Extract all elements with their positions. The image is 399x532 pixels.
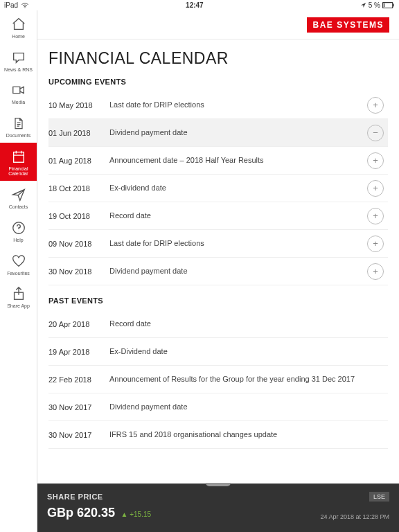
event-row[interactable]: 22 Feb 2018Announcement of Results for t… bbox=[48, 366, 388, 393]
clock: 12:47 bbox=[186, 1, 204, 9]
sidebar-item-label: Contacts bbox=[9, 204, 28, 210]
event-row[interactable]: 20 Apr 2018Record date bbox=[48, 310, 388, 338]
event-date: 30 Nov 2017 bbox=[48, 431, 109, 439]
event-row[interactable]: 18 Oct 2018Ex-dividend date+ bbox=[48, 175, 388, 202]
sidebar-item-help[interactable]: Help bbox=[0, 214, 37, 247]
svg-rect-2 bbox=[393, 4, 393, 7]
event-desc: Record date bbox=[109, 211, 367, 221]
status-bar: iPad 12:47 5 % bbox=[0, 0, 399, 10]
section-upcoming-title: UPCOMING EVENTS bbox=[48, 78, 388, 86]
battery-label: 5 % bbox=[369, 1, 380, 9]
svg-rect-4 bbox=[13, 152, 24, 162]
share-price-value: GBp 620.35 bbox=[47, 506, 115, 520]
event-date: 09 Nov 2018 bbox=[48, 240, 109, 248]
document-icon bbox=[10, 115, 27, 132]
sidebar-item-label: Home bbox=[12, 34, 25, 39]
event-desc: Announcement date – 2018 Half Year Resul… bbox=[109, 156, 367, 166]
event-row[interactable]: 01 Aug 2018Announcement date – 2018 Half… bbox=[48, 147, 388, 175]
exchange-badge[interactable]: LSE bbox=[369, 492, 389, 502]
battery-icon bbox=[382, 2, 395, 8]
event-desc: Announcement of Results for the Group fo… bbox=[109, 375, 388, 384]
sidebar-item-documents[interactable]: Documents bbox=[0, 109, 37, 143]
share-price-timestamp: 24 Apr 2018 at 12:28 PM bbox=[320, 513, 389, 520]
event-row[interactable]: 30 Nov 2017Dividend payment date bbox=[48, 393, 388, 421]
expand-icon[interactable]: + bbox=[367, 208, 384, 224]
svg-rect-3 bbox=[384, 3, 384, 7]
event-date: 19 Oct 2018 bbox=[48, 212, 109, 220]
event-row[interactable]: 09 Nov 2018Last date for DRIP elections+ bbox=[48, 230, 388, 258]
expand-icon[interactable]: + bbox=[367, 236, 384, 252]
sidebar-item-label: Share App bbox=[7, 303, 30, 309]
video-icon bbox=[10, 82, 27, 98]
event-date: 30 Nov 2017 bbox=[48, 403, 109, 411]
share-price-label: SHARE PRICE bbox=[47, 493, 103, 501]
expand-icon[interactable]: + bbox=[367, 263, 384, 280]
event-row[interactable]: 30 Nov 2017IFRS 15 and 2018 organisation… bbox=[48, 421, 388, 449]
calendar-icon bbox=[10, 148, 27, 165]
sidebar-item-home[interactable]: Home bbox=[0, 10, 37, 44]
sidebar-item-label: Help bbox=[13, 238, 23, 243]
sidebar-item-label: Favourites bbox=[7, 271, 30, 276]
page-title: FINANCIAL CALENDAR bbox=[48, 49, 388, 68]
event-date: 10 May 2018 bbox=[48, 101, 109, 109]
share-icon bbox=[10, 285, 27, 302]
event-date: 01 Aug 2018 bbox=[48, 157, 109, 165]
heart-icon bbox=[10, 253, 27, 269]
share-price-change: ▲ +15.15 bbox=[121, 511, 152, 518]
expand-icon[interactable]: + bbox=[367, 97, 384, 114]
svg-point-0 bbox=[24, 7, 25, 8]
help-icon bbox=[10, 220, 27, 236]
collapse-icon[interactable]: − bbox=[367, 125, 384, 141]
sidebar-item-label: News & RNS bbox=[4, 67, 33, 73]
event-desc: IFRS 15 and 2018 organisational changes … bbox=[109, 430, 388, 440]
location-icon bbox=[360, 2, 366, 8]
main-panel: BAE SYSTEMS FINANCIAL CALENDAR UPCOMING … bbox=[37, 10, 399, 532]
event-date: 19 Apr 2018 bbox=[48, 348, 109, 356]
event-row[interactable]: 19 Apr 2018Ex-Dividend date bbox=[48, 338, 388, 366]
sidebar: Home News & RNS Media Documents Financia… bbox=[0, 10, 37, 532]
sidebar-item-news[interactable]: News & RNS bbox=[0, 44, 37, 77]
event-date: 20 Apr 2018 bbox=[48, 320, 109, 328]
chat-icon bbox=[10, 49, 27, 66]
send-icon bbox=[10, 186, 27, 203]
event-row[interactable]: 19 Oct 2018Record date+ bbox=[48, 202, 388, 230]
event-desc: Ex-dividend date bbox=[109, 184, 367, 193]
section-past-title: PAST EVENTS bbox=[48, 296, 388, 305]
share-price-panel[interactable]: SHARE PRICE LSE GBp 620.35 ▲ +15.15 24 A… bbox=[37, 484, 399, 532]
event-desc: Dividend payment date bbox=[109, 128, 367, 138]
expand-icon[interactable]: + bbox=[367, 152, 384, 169]
event-date: 22 Feb 2018 bbox=[48, 375, 109, 384]
home-icon bbox=[10, 16, 27, 33]
event-date: 30 Nov 2018 bbox=[48, 267, 109, 276]
sidebar-item-contacts[interactable]: Contacts bbox=[0, 181, 37, 214]
sidebar-item-label: Documents bbox=[6, 133, 30, 139]
event-row[interactable]: 10 May 2018Last date for DRIP elections+ bbox=[48, 91, 388, 119]
event-desc: Last date for DRIP elections bbox=[109, 100, 367, 110]
sidebar-item-calendar[interactable]: Financial Calendar bbox=[0, 143, 37, 181]
event-desc: Dividend payment date bbox=[109, 267, 367, 276]
sidebar-item-label: Media bbox=[12, 100, 25, 105]
content: FINANCIAL CALENDAR UPCOMING EVENTS 10 Ma… bbox=[37, 39, 399, 532]
event-desc: Ex-Dividend date bbox=[109, 347, 388, 357]
event-date: 18 Oct 2018 bbox=[48, 184, 109, 193]
event-desc: Record date bbox=[109, 319, 388, 329]
event-row[interactable]: 01 Jun 2018Dividend payment date− bbox=[48, 119, 388, 147]
event-desc: Dividend payment date bbox=[109, 402, 388, 412]
logo: BAE SYSTEMS bbox=[307, 17, 389, 33]
sidebar-item-favourites[interactable]: Favourites bbox=[0, 247, 37, 281]
header: BAE SYSTEMS bbox=[37, 10, 399, 39]
event-row[interactable]: 30 Nov 2018Dividend payment date+ bbox=[48, 258, 388, 285]
sidebar-item-media[interactable]: Media bbox=[0, 76, 37, 109]
drag-handle-icon[interactable] bbox=[206, 483, 231, 486]
device-label: iPad bbox=[4, 1, 18, 9]
sidebar-item-label: Financial Calendar bbox=[8, 166, 28, 177]
sidebar-item-share[interactable]: Share App bbox=[0, 280, 37, 313]
expand-icon[interactable]: + bbox=[367, 180, 384, 197]
event-desc: Last date for DRIP elections bbox=[109, 239, 367, 249]
event-date: 01 Jun 2018 bbox=[48, 129, 109, 137]
wifi-icon bbox=[21, 3, 29, 8]
